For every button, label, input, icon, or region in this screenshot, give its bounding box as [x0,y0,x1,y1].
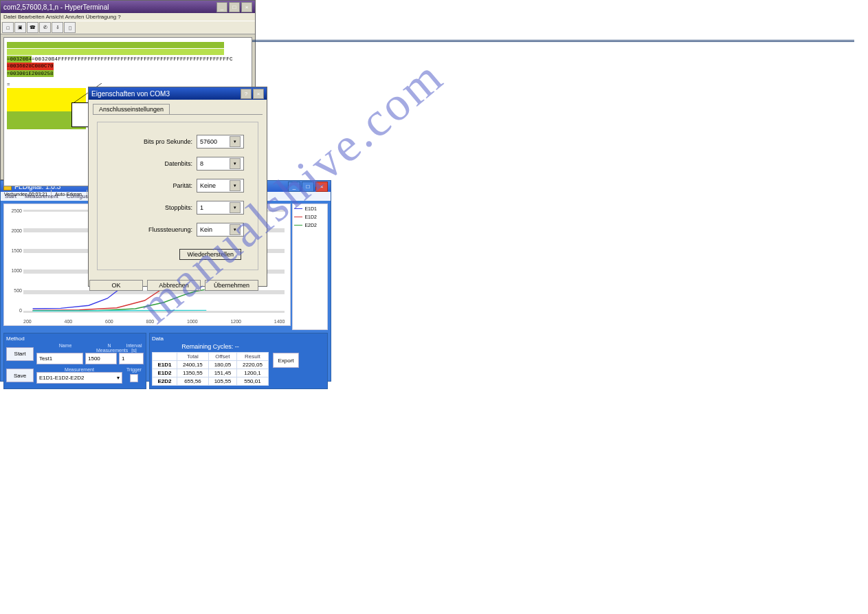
legend-item: E1D2 [294,215,326,219]
table-row: E2D2655,56105,55550,01 [153,377,269,386]
com3-titlebar[interactable]: Eigenschaften von COM3 ? × [89,87,267,100]
tb-new-icon[interactable]: □ [2,22,14,33]
field-label: Flusssteuerung: [102,226,197,233]
ht-titlebar[interactable]: com2,57600,8,1,n - HyperTerminal _ □ × [1,1,255,13]
close-icon[interactable]: × [253,89,264,99]
lbl-name: Name [36,343,94,353]
term-line-tail: =00320B4FFFFFFFFFFFFFFFFFFFFFFFFFFFFFFFF… [32,56,233,62]
name-field[interactable]: Test1 [36,353,83,364]
trigger-checkbox[interactable] [130,374,138,382]
chevron-down-icon: ▾ [230,158,241,169]
chevron-down-icon: ▾ [230,224,241,235]
measurement-select[interactable]: E1D1-E1D2-E2D2▾ [36,372,122,384]
lbl-measurement: Measurement [36,367,122,372]
close-icon[interactable]: × [315,182,328,192]
method-head: Method [6,336,144,342]
com3-title: Eigenschaften von COM3 [91,90,170,98]
lbl-nmeas: N Measurements [96,343,122,353]
maximize-icon[interactable]: □ [302,182,314,192]
tb-open-icon[interactable]: ▣ [14,22,26,33]
menu-measurement[interactable]: Measurement [25,193,58,199]
data-panel: Data Remaining Cycles: -- TotalOffsetRes… [149,333,328,389]
minimize-icon[interactable]: _ [216,2,227,12]
field-label: Datenbits: [102,160,197,167]
select-input[interactable]: 1▾ [197,201,244,215]
cancel-button[interactable]: Abbrechen [147,280,201,291]
minimize-icon[interactable]: _ [288,182,300,192]
chevron-down-icon: ▾ [230,202,241,213]
lbl-trigger: Trigger [124,367,144,372]
save-button[interactable]: Save [6,369,34,382]
ok-button[interactable]: OK [89,280,143,291]
ht-title: com2,57600,8,1,n - HyperTerminal [3,3,109,11]
lbl-interval: Interval [s] [124,343,144,353]
interval-field[interactable]: 1 [119,353,144,364]
select-input[interactable]: 8▾ [197,157,244,171]
select-input[interactable]: 57600▾ [197,135,244,149]
table-row: E1D12400,15180,052220,05 [153,361,269,369]
chevron-down-icon: ▾ [117,375,120,381]
legend-item: E1D1 [294,206,326,211]
com3-dialog: Eigenschaften von COM3 ? × Anschlusseins… [88,87,267,287]
ht-menu[interactable]: Datei Bearbeiten Ansicht Anrufen Übertra… [1,13,255,21]
start-button[interactable]: Start [6,347,34,361]
field-label: Bits pro Sekunde: [102,138,197,145]
ht-toolbar: □ ▣ ☎ ✆ ⇩ ⌷ [1,21,255,34]
chevron-down-icon: ▾ [230,136,241,147]
restore-button[interactable]: Wiederherstellen [179,249,241,260]
method-panel: Method Start Name N Measurements Interva… [3,333,146,389]
apply-button[interactable]: Übernehmen [205,280,258,291]
tb-props-icon[interactable]: ⌷ [64,22,76,33]
menu-start[interactable]: Start [5,193,16,199]
tb-send-icon[interactable]: ⇩ [52,22,63,33]
select-input[interactable]: Kein▾ [197,223,244,237]
nmeas-field[interactable]: 1500 [85,353,117,364]
chart-legend: E1D1E1D2E2D2 [292,204,328,330]
maximize-icon[interactable]: □ [229,2,240,12]
term-line-green: =003001E2080258 [7,70,54,77]
table-row: E1D21350,55151,451200,1 [153,369,269,377]
help-icon[interactable]: ? [241,89,252,99]
tb-call-icon[interactable]: ☎ [27,22,38,33]
tb-hangup-icon[interactable]: ✆ [39,22,51,33]
chevron-down-icon: ▾ [230,180,241,191]
legend-item: E2D2 [294,223,326,228]
remaining-cycles: Remaining Cycles: -- [152,343,269,350]
export-button[interactable]: Export [273,353,299,368]
term-line-red: =0036028C080C70 [7,63,54,69]
data-table: TotalOffsetResultE1D12400,15180,052220,0… [152,352,269,386]
field-label: Stoppbits: [102,204,197,211]
term-line: =00320B4 [7,56,32,63]
select-input[interactable]: Keine▾ [197,179,244,193]
close-icon[interactable]: × [241,2,252,12]
data-head: Data [152,336,325,342]
field-label: Parität: [102,182,197,189]
tab-connection[interactable]: Anschlusseinstellungen [93,104,170,114]
